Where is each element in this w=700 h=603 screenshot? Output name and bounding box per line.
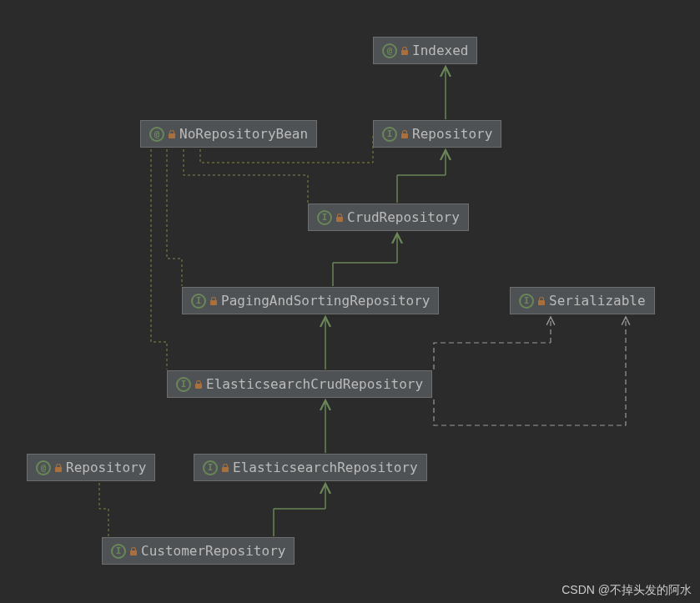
lock-icon	[168, 130, 176, 138]
interface-icon: I	[382, 127, 397, 142]
node-label: Repository	[66, 460, 146, 475]
node-label: CrudRepository	[347, 209, 460, 225]
interface-icon: I	[203, 460, 218, 475]
node-indexed[interactable]: @ Indexed	[373, 37, 477, 64]
interface-icon: I	[519, 294, 534, 309]
node-repository-interface[interactable]: I Repository	[373, 120, 501, 148]
node-label: Indexed	[412, 43, 468, 58]
node-label: CustomerRepository	[141, 543, 285, 559]
node-label: Serializable	[549, 293, 646, 309]
node-elasticsearch-repository[interactable]: I ElasticsearchRepository	[194, 454, 427, 481]
lock-icon	[54, 464, 63, 472]
lock-icon	[335, 214, 344, 222]
watermark: CSDN @不掉头发的阿水	[562, 583, 692, 598]
node-label: Repository	[412, 126, 492, 142]
node-customer-repository[interactable]: I CustomerRepository	[102, 537, 295, 565]
lock-icon	[194, 380, 203, 389]
node-elasticsearch-crud-repository[interactable]: I ElasticsearchCrudRepository	[167, 370, 432, 398]
annotation-icon: @	[36, 460, 51, 475]
node-label: PagingAndSortingRepository	[221, 293, 430, 309]
node-label: NoRepositoryBean	[179, 126, 308, 142]
interface-icon: I	[111, 544, 126, 559]
node-paging-sorting-repository[interactable]: I PagingAndSortingRepository	[182, 287, 439, 314]
annotation-icon: @	[149, 127, 164, 142]
lock-icon	[221, 464, 229, 472]
node-label: ElasticsearchRepository	[233, 460, 418, 475]
lock-icon	[209, 297, 218, 305]
annotation-icon: @	[382, 43, 397, 58]
interface-icon: I	[191, 294, 206, 309]
lock-icon	[537, 297, 546, 305]
node-repository-annotation[interactable]: @ Repository	[27, 454, 155, 481]
node-serializable[interactable]: I Serializable	[510, 287, 655, 314]
node-label: ElasticsearchCrudRepository	[206, 376, 423, 392]
lock-icon	[400, 130, 409, 138]
lock-icon	[400, 47, 409, 55]
node-no-repository-bean[interactable]: @ NoRepositoryBean	[140, 120, 317, 148]
node-crud-repository[interactable]: I CrudRepository	[308, 204, 469, 231]
interface-icon: I	[317, 210, 332, 225]
lock-icon	[129, 547, 138, 555]
interface-icon: I	[176, 377, 191, 392]
